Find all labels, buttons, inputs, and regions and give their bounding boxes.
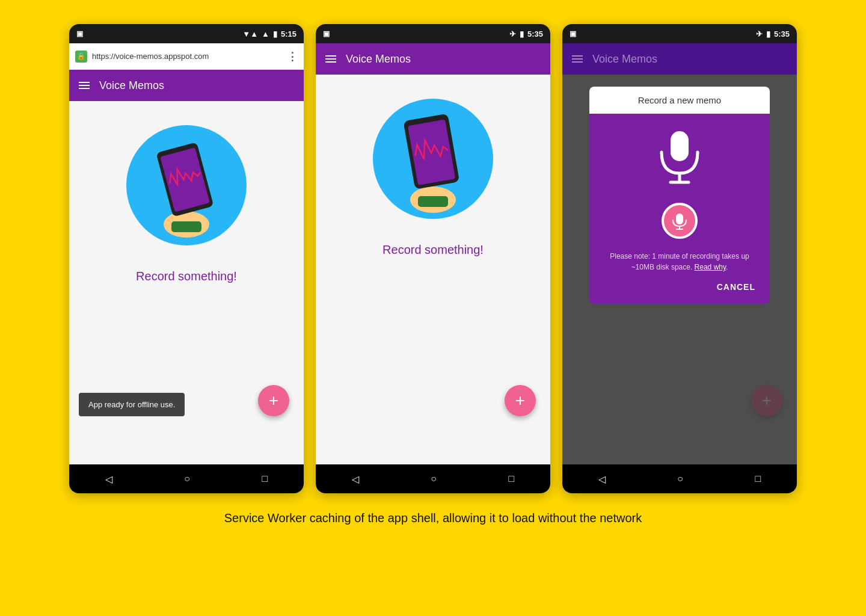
illustration-1 — [126, 125, 247, 245]
svg-rect-1 — [171, 221, 201, 232]
recents-button-2[interactable]: □ — [509, 473, 515, 484]
hamburger-menu-1[interactable] — [79, 82, 90, 89]
record-text-1: Record something! — [136, 270, 237, 283]
dialog-title: Record a new memo — [638, 95, 721, 105]
status-bar-3: ▣ ✈ ▮ 5:35 — [562, 24, 797, 43]
phone-content-2: Record something! + — [316, 75, 550, 464]
status-bar-1: ▣ ▼▲ ▲ ▮ 5:15 — [69, 24, 304, 43]
mic-svg — [656, 128, 704, 188]
fab-icon-1: + — [269, 391, 278, 410]
phone-2: ▣ ✈ ▮ 5:35 Voice Memos — [316, 24, 550, 493]
hamburger-menu-3[interactable] — [572, 55, 583, 63]
dim-overlay: Record a new memo — [562, 75, 797, 464]
url-text: https://voice-memos.appspot.com — [92, 52, 282, 61]
time-2: 5:35 — [527, 29, 543, 38]
status-left-2: ▣ — [323, 29, 330, 38]
phone-content-3: Record a new memo — [562, 75, 797, 464]
back-button-3[interactable]: ◁ — [598, 473, 606, 485]
status-bar-2: ▣ ✈ ▮ 5:35 — [316, 24, 550, 43]
back-button-2[interactable]: ◁ — [352, 473, 359, 485]
status-right-2: ✈ ▮ 5:35 — [509, 29, 543, 38]
recents-button-3[interactable]: □ — [755, 473, 761, 484]
caption-text: Service Worker caching of the app shell,… — [224, 511, 642, 525]
record-button[interactable] — [662, 203, 698, 239]
app-toolbar-3: Voice Memos — [562, 43, 797, 75]
svg-rect-8 — [671, 131, 689, 161]
android-nav-3: ◁ ○ □ — [562, 464, 797, 493]
app-title-1: Voice Memos — [99, 79, 164, 92]
status-right-1: ▼▲ ▲ ▮ 5:15 — [242, 29, 296, 38]
mic-small-svg — [671, 212, 689, 230]
home-button-3[interactable]: ○ — [677, 473, 683, 484]
status-right-3: ✈ ▮ 5:35 — [756, 29, 790, 38]
app-title-2: Voice Memos — [346, 53, 411, 66]
fab-2[interactable]: + — [505, 385, 536, 416]
phone-illustration-svg-2 — [385, 105, 481, 213]
battery-icon-2: ▮ — [520, 29, 524, 38]
home-button-2[interactable]: ○ — [431, 473, 437, 484]
read-why-link[interactable]: Read why — [695, 263, 726, 271]
app-toolbar-1: Voice Memos — [69, 70, 304, 101]
phone-content-1: Record something! App ready for offline … — [69, 101, 304, 464]
android-nav-1: ◁ ○ □ — [69, 464, 304, 493]
status-left-3: ▣ — [570, 29, 576, 38]
fab-1[interactable]: + — [258, 385, 289, 416]
wifi-icon-1: ▼▲ — [242, 29, 258, 38]
back-button-1[interactable]: ◁ — [105, 473, 112, 485]
fab-icon-2: + — [515, 391, 525, 410]
hamburger-menu-2[interactable] — [325, 55, 336, 63]
signal-icon-1: ▲ — [262, 29, 269, 38]
battery-icon-3: ▮ — [766, 29, 770, 38]
lock-icon: 🔒 — [75, 51, 87, 63]
svg-rect-3 — [160, 147, 210, 212]
cancel-button[interactable]: CANCEL — [601, 282, 758, 292]
time-3: 5:35 — [774, 29, 790, 38]
phone-illustration-svg-1 — [138, 131, 235, 239]
time-1: 5:15 — [281, 29, 296, 38]
status-left-1: ▣ — [76, 29, 83, 38]
record-dialog: Record a new memo — [589, 87, 770, 304]
dialog-note-text: Please note: 1 minute of recording takes… — [610, 252, 749, 271]
airplane-icon-2: ✈ — [509, 29, 516, 38]
phone-1: ▣ ▼▲ ▲ ▮ 5:15 🔒 https://voice-memos.apps… — [69, 24, 304, 493]
app-toolbar-2: Voice Memos — [316, 43, 550, 75]
mic-large-icon — [656, 128, 704, 191]
phones-container: ▣ ▼▲ ▲ ▮ 5:15 🔒 https://voice-memos.apps… — [42, 24, 824, 493]
more-dots[interactable]: ⋮ — [287, 50, 298, 63]
phone-3: ▣ ✈ ▮ 5:35 Voice Memos Record a new memo — [562, 24, 797, 493]
home-button-1[interactable]: ○ — [184, 473, 190, 484]
snackbar-text-1: App ready for offline use. — [88, 400, 175, 409]
record-text-2: Record something! — [382, 243, 484, 257]
dialog-note: Please note: 1 minute of recording takes… — [601, 251, 758, 273]
address-bar-1: 🔒 https://voice-memos.appspot.com ⋮ — [69, 43, 304, 70]
snackbar-1: App ready for offline use. — [79, 393, 185, 416]
sim-icon-3: ▣ — [570, 29, 576, 38]
dialog-header: Record a new memo — [589, 87, 770, 114]
svg-rect-5 — [418, 196, 448, 207]
illustration-2 — [373, 99, 493, 219]
svg-rect-11 — [676, 214, 683, 224]
battery-icon-1: ▮ — [273, 29, 277, 38]
android-nav-2: ◁ ○ □ — [316, 464, 550, 493]
dialog-body: Please note: 1 minute of recording takes… — [589, 114, 770, 304]
recents-button-1[interactable]: □ — [262, 473, 268, 484]
airplane-icon-3: ✈ — [756, 29, 763, 38]
app-title-3: Voice Memos — [592, 53, 657, 66]
sim-icon-2: ▣ — [323, 29, 330, 38]
sim-icon-1: ▣ — [76, 29, 83, 38]
